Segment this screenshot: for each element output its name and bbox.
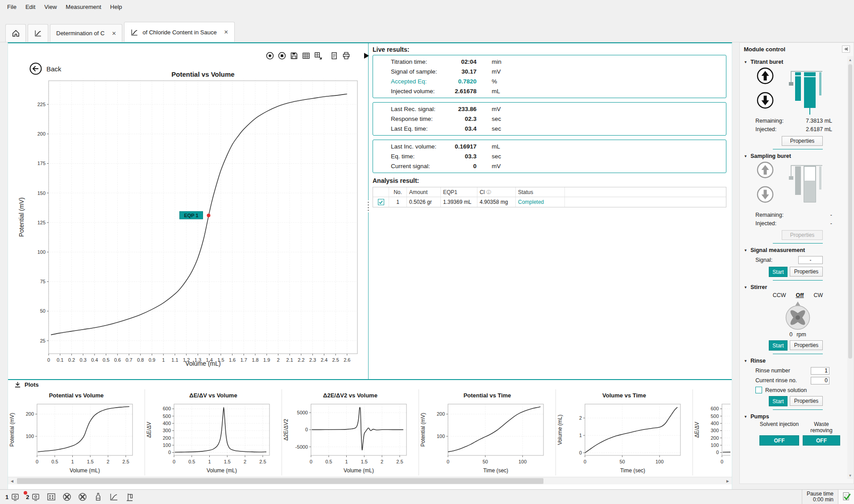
svg-text:2.5: 2.5 bbox=[332, 357, 339, 363]
back-arrow-icon bbox=[29, 62, 42, 75]
titrant-buret-controls bbox=[740, 67, 854, 117]
sampling-fill-up-button[interactable] bbox=[756, 161, 774, 179]
pump-2-button[interactable] bbox=[78, 492, 87, 502]
close-icon[interactable]: ✕ bbox=[112, 30, 116, 37]
tab-method-chart[interactable] bbox=[28, 24, 48, 42]
print-icon[interactable] bbox=[341, 51, 351, 61]
rinse-properties-button[interactable]: Properties bbox=[790, 396, 823, 406]
stirrer-ccw-option[interactable]: CCW bbox=[773, 292, 786, 298]
menu-measurement[interactable]: Measurement bbox=[61, 1, 105, 12]
sampling-properties-button[interactable]: Properties bbox=[782, 230, 823, 240]
svg-text:0.7: 0.7 bbox=[125, 357, 132, 363]
plot-volume-vs-time[interactable]: Volume vs Time 050100012Time (sec)Volume… bbox=[556, 389, 693, 475]
svg-text:0: 0 bbox=[173, 459, 175, 464]
titrant-dispense-down-button[interactable] bbox=[756, 91, 774, 109]
play-icon[interactable] bbox=[361, 51, 371, 61]
row-checkbox[interactable] bbox=[378, 199, 384, 205]
stop-icon[interactable] bbox=[277, 51, 287, 61]
table-icon[interactable] bbox=[301, 51, 311, 61]
report-icon[interactable] bbox=[329, 51, 339, 61]
menu-view[interactable]: View bbox=[40, 1, 61, 12]
dock-icon[interactable] bbox=[842, 45, 850, 53]
live-result-row: Response time: 02.3 sec bbox=[373, 114, 726, 124]
svg-text:2: 2 bbox=[381, 459, 383, 464]
device-2-button[interactable]: 2 bbox=[26, 492, 41, 502]
scroll-up-icon[interactable]: ▲ bbox=[847, 56, 853, 63]
pump-1-button[interactable] bbox=[62, 492, 72, 502]
waste-removing-toggle[interactable]: OFF bbox=[803, 435, 840, 446]
svg-text:600: 600 bbox=[711, 406, 719, 411]
plots-scrollbar: ◄ ► bbox=[8, 477, 732, 484]
svg-text:100: 100 bbox=[518, 459, 526, 464]
scroll-down-icon[interactable]: ▼ bbox=[847, 472, 853, 479]
section-rinse[interactable]: ▼ Rinse bbox=[744, 358, 854, 364]
tab-home[interactable] bbox=[5, 24, 26, 42]
stirrer-direction-row: CCW Off CW bbox=[755, 292, 840, 298]
plots-strip: Potential vs Volume 00.511.522.5100200Vo… bbox=[8, 389, 732, 475]
record-icon[interactable] bbox=[265, 51, 275, 61]
svg-text:0.6: 0.6 bbox=[114, 357, 121, 363]
titrant-remaining-value: 7.3813 mL bbox=[806, 117, 832, 125]
device-1-button[interactable]: 1 bbox=[5, 492, 20, 502]
section-titrant-buret[interactable]: ▼ Titrant buret bbox=[744, 59, 854, 65]
titrant-properties-button[interactable]: Properties bbox=[782, 136, 823, 146]
svg-text:0.9: 0.9 bbox=[149, 357, 155, 363]
rinse-number-input[interactable] bbox=[811, 367, 829, 375]
svg-text:0.4: 0.4 bbox=[91, 357, 98, 363]
bottle-icon bbox=[93, 492, 103, 502]
stirrer-start-button[interactable]: Start bbox=[769, 340, 788, 351]
sampling-dispense-down-button[interactable] bbox=[756, 186, 774, 203]
scrollbar-thumb[interactable] bbox=[848, 64, 852, 359]
svg-text:1.5: 1.5 bbox=[224, 459, 231, 464]
tab-chloride-content[interactable]: of Chloride Content in Sauce ✕ bbox=[124, 22, 234, 42]
section-separator bbox=[773, 409, 823, 410]
signal-properties-button[interactable]: Properties bbox=[790, 267, 823, 277]
plot-partial[interactable]: 00.511.522.50100200300400500600ΔE/ΔV bbox=[693, 389, 730, 475]
stirrer-properties-button[interactable]: Properties bbox=[790, 340, 823, 350]
live-result-row: Signal of sample: 30.17 mV bbox=[373, 66, 726, 76]
menu-edit[interactable]: Edit bbox=[21, 1, 40, 12]
rinse-start-button[interactable]: Start bbox=[769, 396, 788, 406]
scroll-left-icon[interactable]: ◄ bbox=[8, 477, 16, 485]
scroll-right-icon[interactable]: ► bbox=[724, 477, 732, 485]
plot-de-dv-vs-volume[interactable]: ΔE/ΔV vs Volume 00.511.522.5010020030040… bbox=[145, 389, 282, 475]
svg-text:0: 0 bbox=[47, 357, 50, 363]
titration-stand-button[interactable] bbox=[124, 492, 134, 502]
remove-solution-checkbox[interactable] bbox=[755, 387, 762, 393]
solvent-injection-toggle[interactable]: OFF bbox=[759, 435, 799, 446]
sample-rack-icon bbox=[46, 492, 56, 502]
stirrer-cw-option[interactable]: CW bbox=[814, 292, 823, 298]
section-signal-measurement[interactable]: ▼ Signal measurement bbox=[744, 247, 854, 253]
plot-potential-vs-time[interactable]: Potential vs Time 050100100200Time (sec)… bbox=[419, 389, 556, 475]
plot-potential-vs-volume[interactable]: Potential vs Volume 00.511.522.5100200Vo… bbox=[8, 389, 145, 475]
export-table-icon[interactable] bbox=[313, 51, 323, 61]
titrant-fill-up-button[interactable] bbox=[756, 67, 774, 85]
signal-start-button[interactable]: Start bbox=[769, 267, 788, 277]
curve-view-button[interactable] bbox=[109, 492, 119, 502]
plots-section-header[interactable]: Plots bbox=[8, 379, 732, 389]
sampling-buret-controls bbox=[740, 161, 854, 211]
menu-help[interactable]: Help bbox=[106, 1, 127, 12]
sampling-injected-value: - bbox=[830, 220, 832, 227]
pumps-controls: Solvent injection OFF Waste removing OFF bbox=[740, 421, 854, 446]
tab-determination[interactable]: Determination of C ✕ bbox=[50, 24, 122, 42]
svg-text:75: 75 bbox=[40, 279, 46, 284]
current-rinse-input[interactable] bbox=[811, 377, 829, 384]
close-icon[interactable]: ✕ bbox=[224, 29, 228, 35]
splitter-grip[interactable] bbox=[367, 200, 370, 212]
bottle-button[interactable] bbox=[93, 492, 103, 502]
menu-file[interactable]: File bbox=[3, 1, 21, 12]
confirm-button[interactable] bbox=[838, 490, 854, 504]
live-results-group-3: Last Inc. volume: 0.16917 mL Eq. time: 0… bbox=[373, 140, 726, 173]
svg-text:Volume (mL): Volume (mL) bbox=[70, 467, 100, 474]
live-result-row: Last Inc. volume: 0.16917 mL bbox=[373, 141, 726, 151]
plot-d2e-dv2-vs-volume[interactable]: Δ2E/ΔV2 vs Volume 00.511.522.5-500005000… bbox=[282, 389, 419, 475]
section-sampling-buret[interactable]: ▼ Sampling buret bbox=[744, 153, 854, 159]
sample-rack-button[interactable] bbox=[46, 492, 56, 502]
scrollbar-thumb[interactable] bbox=[17, 478, 543, 484]
save-icon[interactable] bbox=[289, 51, 299, 61]
section-pumps[interactable]: ▼ Pumps bbox=[744, 413, 854, 420]
stirrer-rpm-value: 0 bbox=[789, 331, 792, 338]
stirrer-off-option[interactable]: Off bbox=[796, 292, 804, 298]
section-stirrer[interactable]: ▼ Stirrer bbox=[744, 284, 854, 290]
